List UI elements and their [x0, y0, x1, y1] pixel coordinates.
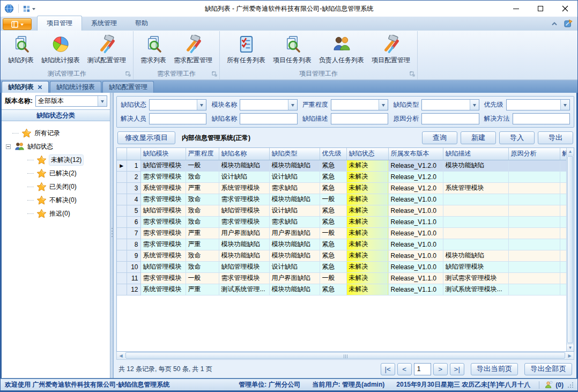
export-current-page-button[interactable]: 导出当前页: [471, 363, 518, 375]
filter-combobox-button[interactable]: [288, 100, 297, 110]
help-icon[interactable]: [564, 19, 573, 28]
document-tab-1[interactable]: 缺陷统计报表: [50, 81, 101, 93]
table-row-3[interactable]: 3系统管理模块严重系统管理模块需求缺陷紧急未解决Release_V1.2.0系统…: [117, 182, 566, 194]
column-header-优先级[interactable]: 优先级: [320, 148, 346, 160]
dialog-launcher-icon[interactable]: [410, 71, 416, 77]
column-header-缺陷状态[interactable]: 缺陷状态: [346, 148, 388, 160]
filter-input-解决方法[interactable]: [513, 113, 570, 124]
ribbon-button-测试配置管理[interactable]: 测试配置管理: [84, 33, 130, 66]
column-header-缺陷模块[interactable]: 缺陷模块: [140, 148, 186, 160]
table-row-8[interactable]: 8需求管理模块严重模块功能缺陷模块功能缺陷紧急未解决Release_V1.0.0: [117, 239, 566, 250]
minimize-button[interactable]: [503, 1, 528, 17]
sidebar-splitter[interactable]: [110, 93, 114, 378]
filter-combobox-button[interactable]: [560, 100, 569, 110]
ribbon-button-缺陷列表[interactable]: 缺陷列表: [4, 33, 38, 66]
ribbon-button-所有任务列表[interactable]: 所有任务列表: [223, 33, 269, 66]
table-row-9[interactable]: 9系统管理模块致命模块功能缺陷模块功能缺陷紧急未解决Release_V1.0.0…: [117, 250, 566, 261]
page-number-input[interactable]: [414, 363, 431, 375]
action-button-导出[interactable]: 导出: [538, 131, 573, 144]
ribbon-button-缺陷统计报表[interactable]: 缺陷统计报表: [38, 33, 84, 66]
scroll-left-icon[interactable]: ◀: [117, 352, 125, 359]
maximize-button[interactable]: [528, 1, 553, 17]
prev-page-button[interactable]: <: [397, 363, 412, 375]
ribbon-button-项目配置管理[interactable]: 项目配置管理: [368, 33, 414, 66]
vertical-scrollbar[interactable]: ▲ ▼: [566, 148, 574, 351]
tree-item-推迟(0)[interactable]: 推迟(0): [2, 207, 75, 220]
ribbon-button-需求列表[interactable]: 需求列表: [137, 33, 170, 66]
cell-type: 模块功能缺陷: [269, 239, 320, 250]
filter-combobox-模块名称[interactable]: [240, 99, 297, 110]
filter-combobox-缺陷状态[interactable]: [149, 99, 206, 110]
table-row-6[interactable]: 6需求管理模块致命需求管理模块需求缺陷紧急未解决Release_V1.1.0: [117, 216, 566, 227]
tree-item-不解决(0)[interactable]: 不解决(0): [2, 194, 81, 207]
cell-name: 设计缺陷: [219, 171, 269, 182]
ribbon-tab-2[interactable]: 帮助: [126, 16, 157, 31]
table-row-12[interactable]: 12系统管理模块严重测试系统管理...模块功能缺陷紧急未解决Release_V1…: [117, 284, 566, 295]
modify-display-items-button[interactable]: 修改显示项目: [117, 131, 175, 144]
column-header-缺陷名称[interactable]: 缺陷名称: [219, 148, 269, 160]
action-button-新建[interactable]: 新建: [461, 131, 496, 144]
table-row-10[interactable]: 10缺陷管理模块致命缺陷管理模块设计缺陷紧急未解决Release_V1.0.0缺…: [117, 261, 566, 272]
version-combobox[interactable]: 全部版本: [35, 95, 107, 107]
table-row-5[interactable]: 5缺陷管理模块致命缺陷管理模块设计缺陷紧急未解决Release_V1.0.0: [117, 205, 566, 216]
filter-input-解决人员[interactable]: [149, 113, 206, 124]
column-header-缺陷类型[interactable]: 缺陷类型: [269, 148, 320, 160]
filter-input-缺陷描述[interactable]: [331, 113, 388, 124]
filter-combobox-优先级[interactable]: [506, 99, 570, 110]
resize-grip-icon[interactable]: [568, 382, 573, 388]
ribbon-tab-1[interactable]: 系统管理: [82, 16, 126, 31]
quick-access-icon[interactable]: [23, 3, 35, 14]
dialog-launcher-icon[interactable]: [212, 71, 218, 77]
close-tab-icon[interactable]: [38, 85, 42, 90]
filter-combobox-缺陷类型[interactable]: [421, 99, 479, 110]
filter-field-缺陷描述: 缺陷描述: [302, 113, 388, 124]
last-page-button[interactable]: >|: [450, 363, 464, 375]
column-header-解决方法[interactable]: 解决方法: [560, 148, 566, 160]
tree-expander-icon[interactable]: [6, 144, 11, 149]
tree-item-已关闭(0)[interactable]: 已关闭(0): [2, 180, 81, 194]
filter-combobox-button[interactable]: [379, 100, 388, 110]
filter-combobox-button[interactable]: [197, 100, 206, 110]
tree-item-未解决(12)[interactable]: 未解决(12): [2, 153, 87, 167]
document-tab-0[interactable]: 缺陷列表: [2, 81, 49, 93]
table-row-11[interactable]: 11需求管理模块一般需求管理模块用户界面缺陷一般未解决Release_V1.1.…: [117, 272, 566, 284]
vertical-scrollbar-thumb[interactable]: [567, 156, 573, 343]
next-page-button[interactable]: >: [433, 363, 448, 375]
column-header-原因分析[interactable]: 原因分析: [508, 148, 560, 160]
horizontal-scrollbar-thumb[interactable]: [125, 352, 565, 359]
cell-status: 未解决: [346, 239, 388, 250]
table-row-7[interactable]: 7需求管理模块严重用户界面缺陷用户界面缺陷一般未解决Release_V1.0.0: [117, 227, 566, 239]
filter-input-原因分析[interactable]: [421, 113, 479, 124]
column-header-所属发布版本[interactable]: 所属发布版本: [388, 148, 443, 160]
tree-item-已解决(2)[interactable]: 已解决(2): [2, 167, 81, 180]
filter-input-缺陷名称[interactable]: [240, 113, 297, 124]
ribbon-button-需求配置管理[interactable]: 需求配置管理: [170, 33, 216, 66]
first-page-button[interactable]: |<: [381, 363, 395, 375]
ribbon-button-项目任务列表[interactable]: 项目任务列表: [269, 33, 315, 66]
collapse-ribbon-icon[interactable]: [551, 21, 558, 26]
dialog-launcher-icon[interactable]: [125, 71, 131, 77]
document-tab-2[interactable]: 缺陷配置管理: [102, 81, 154, 93]
horizontal-scrollbar[interactable]: ◀ ▶: [116, 352, 574, 360]
document-tab-label: 缺陷统计报表: [56, 83, 95, 92]
filter-combobox-严重程度[interactable]: [331, 99, 388, 110]
action-button-查询[interactable]: 查询: [422, 131, 457, 144]
table-row-4[interactable]: 4需求管理模块致命需求管理模块模块功能缺陷一般未解决Release_V1.0.0: [117, 194, 566, 205]
filter-combobox-button[interactable]: [470, 100, 479, 110]
table-row-1[interactable]: ▶1缺陷管理模块一般模块功能缺陷模块功能缺陷紧急未解决Release_V1.2.…: [117, 160, 566, 171]
application-menu-button[interactable]: [3, 18, 32, 30]
scroll-up-icon[interactable]: ▲: [567, 148, 574, 156]
close-button[interactable]: [553, 1, 577, 17]
export-all-pages-button[interactable]: 导出全部页: [524, 363, 572, 375]
column-header-严重程度[interactable]: 严重程度: [186, 148, 219, 160]
version-combobox-button[interactable]: [98, 96, 107, 106]
table-row-2[interactable]: 2需求管理模块致命设计缺陷设计缺陷紧急未解决Release_V1.2.0: [117, 171, 566, 182]
ribbon-button-负责人任务列表[interactable]: 负责人任务列表: [315, 33, 368, 66]
action-button-导入[interactable]: 导入: [499, 131, 535, 144]
tree-item-所有记录[interactable]: 所有记录: [2, 127, 64, 140]
ribbon-tab-0[interactable]: 项目管理: [37, 16, 82, 31]
scroll-right-icon[interactable]: ▶: [566, 352, 574, 359]
scroll-down-icon[interactable]: ▼: [567, 344, 574, 351]
tree-item-缺陷状态[interactable]: 缺陷状态: [2, 140, 57, 153]
column-header-缺陷描述[interactable]: 缺陷描述: [443, 148, 508, 160]
